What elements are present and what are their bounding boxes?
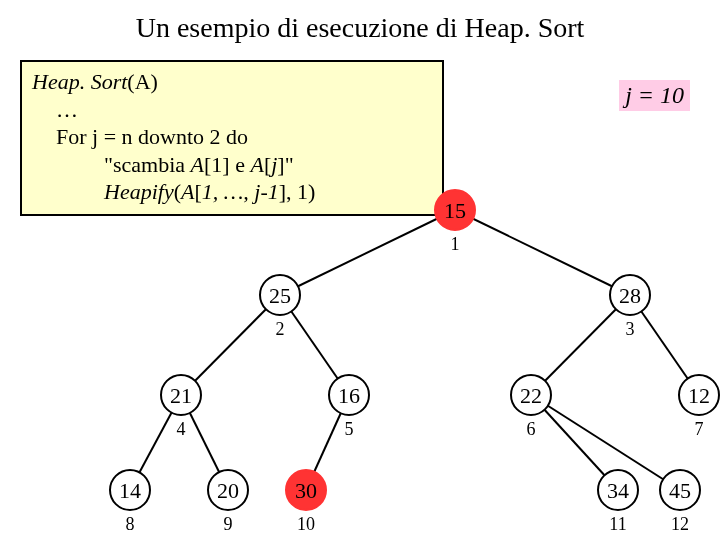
node-value: 45 [669,478,691,503]
node-index: 3 [626,319,635,339]
node-value: 20 [217,478,239,503]
tree-node-1: 15 1 [435,190,475,254]
tree-node-9: 20 9 [208,470,248,534]
node-value: 15 [444,198,466,223]
edge-3-6 [531,295,630,395]
node-index: 11 [609,514,626,534]
node-value: 16 [338,383,360,408]
node-value: 22 [520,383,542,408]
node-index: 5 [345,419,354,439]
tree-node-5: 16 5 [329,375,369,439]
tree-node-7: 12 7 [679,375,719,439]
node-index: 1 [451,234,460,254]
node-value: 25 [269,283,291,308]
edge-1-2 [280,210,455,295]
tree-node-3: 28 3 [610,275,650,339]
node-value: 14 [119,478,141,503]
node-index: 9 [224,514,233,534]
edge-2-4 [181,295,280,395]
node-value: 28 [619,283,641,308]
tree-node-4: 21 4 [161,375,201,439]
heap-tree: 15 1 25 2 28 3 21 4 16 5 22 6 12 7 14 8 … [0,0,720,540]
edge-1-3 [455,210,630,295]
node-index: 4 [177,419,186,439]
node-value: 21 [170,383,192,408]
node-value: 12 [688,383,710,408]
node-value: 30 [295,478,317,503]
tree-node-2: 25 2 [260,275,300,339]
node-index: 6 [527,419,536,439]
tree-node-12: 45 12 [660,470,700,534]
tree-node-8: 14 8 [110,470,150,534]
node-index: 12 [671,514,689,534]
tree-node-11: 34 11 [598,470,638,534]
tree-node-10: 30 10 [286,470,326,534]
node-index: 10 [297,514,315,534]
node-index: 2 [276,319,285,339]
node-index: 8 [126,514,135,534]
tree-node-6: 22 6 [511,375,551,439]
node-value: 34 [607,478,629,503]
node-index: 7 [695,419,704,439]
